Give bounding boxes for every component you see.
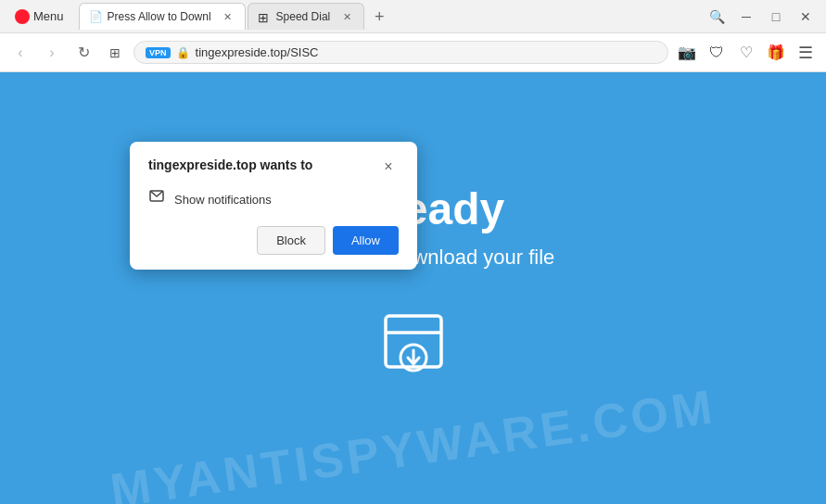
menu-label: Menu: [33, 9, 64, 23]
camera-icon[interactable]: 📷: [674, 40, 700, 66]
new-tab-button[interactable]: +: [366, 4, 392, 30]
tab2-favicon: ⊞: [258, 10, 271, 23]
permission-text: Show notifications: [174, 193, 272, 207]
dialog-close-button[interactable]: ×: [378, 157, 399, 177]
tab1-label: Press Allow to Downl: [108, 10, 211, 23]
opera-menu-button[interactable]: Menu: [7, 6, 71, 28]
lock-icon: 🔒: [176, 46, 190, 59]
vpn-badge: VPN: [146, 47, 171, 58]
shield-icon[interactable]: 🛡: [704, 40, 730, 66]
tab-active[interactable]: 📄 Press Allow to Downl ✕: [79, 3, 246, 30]
reload-button[interactable]: ↻: [70, 40, 96, 66]
toolbar-icons: 📷 🛡 ♡ 🎁 ☰: [674, 40, 819, 66]
search-button[interactable]: 🔍: [704, 4, 730, 30]
title-bar: Menu 📄 Press Allow to Downl ✕ ⊞ Speed Di…: [0, 0, 826, 33]
dialog-permission-row: Show notifications: [148, 188, 399, 211]
url-bar[interactable]: VPN 🔒 tingexpreside.top/SISC: [133, 41, 668, 64]
allow-button[interactable]: Allow: [333, 226, 399, 255]
forward-button[interactable]: ›: [39, 40, 65, 66]
extensions-button[interactable]: ⊞: [102, 40, 128, 66]
dialog-title: tingexpreside.top wants to: [148, 157, 312, 175]
url-text: tingexpreside.top/SISC: [196, 45, 656, 59]
tab1-favicon: 📄: [89, 10, 102, 23]
block-button[interactable]: Block: [257, 226, 325, 255]
browser-frame: Menu 📄 Press Allow to Downl ✕ ⊞ Speed Di…: [0, 0, 826, 504]
window-controls: 🔍 ─ □ ✕: [704, 4, 819, 30]
page-content: Is Ready Click How to download your file…: [0, 72, 826, 504]
maximize-button[interactable]: □: [763, 4, 789, 30]
dialog-header: tingexpreside.top wants to ×: [148, 157, 399, 177]
back-button[interactable]: ‹: [7, 40, 33, 66]
tab2-label: Speed Dial: [276, 10, 331, 23]
minimize-button[interactable]: ─: [733, 4, 759, 30]
tab2-close-icon[interactable]: ✕: [339, 9, 354, 24]
hamburger-menu-icon[interactable]: ☰: [793, 40, 819, 66]
download-icon: [372, 307, 455, 390]
heart-icon[interactable]: ♡: [733, 40, 759, 66]
tab-speed-dial[interactable]: ⊞ Speed Dial ✕: [248, 3, 365, 30]
notification-icon: [148, 188, 167, 211]
extensions-icon[interactable]: 🎁: [763, 40, 789, 66]
close-button[interactable]: ✕: [793, 4, 819, 30]
tab1-close-icon[interactable]: ✕: [221, 9, 235, 24]
download-icon-container: [372, 307, 455, 394]
tabs-area: 📄 Press Allow to Downl ✕ ⊞ Speed Dial ✕ …: [75, 3, 700, 30]
address-bar: ‹ › ↻ ⊞ VPN 🔒 tingexpreside.top/SISC 📷 🛡…: [0, 33, 826, 72]
opera-logo: [15, 9, 30, 24]
notification-dialog: tingexpreside.top wants to × Show notifi…: [130, 142, 417, 270]
dialog-buttons: Block Allow: [148, 226, 399, 255]
